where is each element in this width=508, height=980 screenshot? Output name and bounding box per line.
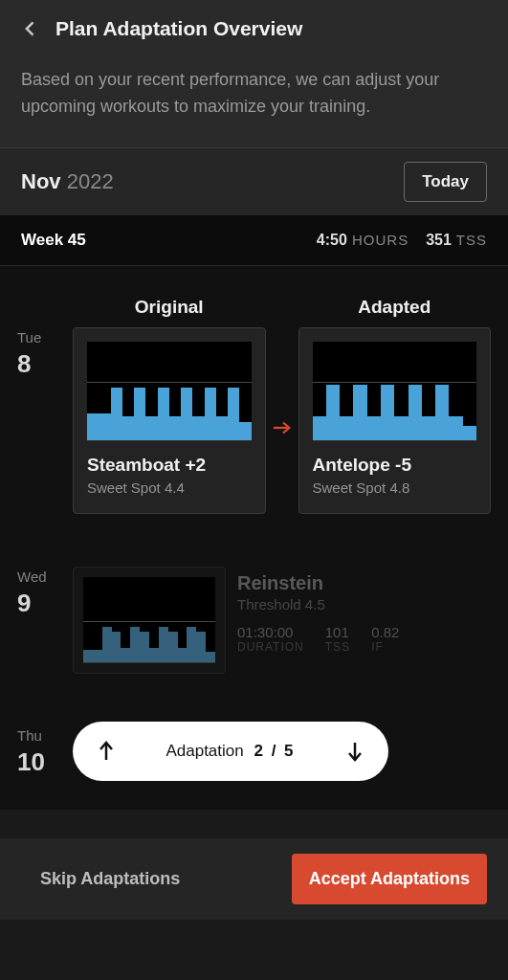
arrow-up-icon [98,741,115,762]
stat-label: IF [371,640,384,654]
column-adapted: Adapted [298,297,492,318]
day-abbrev: Thu [17,725,73,744]
week-hours: 4:50 HOURS [317,232,409,249]
main: Original Adapted Tue 8 Steamboat +2 Swee… [0,266,508,810]
card-original[interactable]: Steamboat +2 Sweet Spot 4.4 [73,327,266,514]
arrow-down-icon [346,741,364,762]
column-headers: Original Adapted [17,266,491,318]
workout-chart-adapted [313,342,477,441]
day-label-wed: Wed 9 [17,567,73,618]
month-bar: Nov 2022 Today [0,147,508,215]
stat-if: 0.82 IF [371,624,399,654]
week-row: Week 45 4:50 HOURS 351 TSS [0,215,508,266]
stat-label: DURATION [237,640,304,654]
day-row-wed: Wed 9 Reinstein Threshold 4.5 01:30:00 D… [17,567,491,674]
workout-subtitle: Threshold 4.5 [237,596,491,612]
month-label: Nov 2022 [21,169,114,194]
prev-adaptation-button[interactable] [73,741,140,762]
skip-adaptations-button[interactable]: Skip Adaptations [21,869,269,889]
stat-value: 101 [325,624,350,640]
week-hours-label: HOURS [352,232,409,248]
stat-duration: 01:30:00 DURATION [237,624,304,654]
accept-adaptations-button[interactable]: Accept Adaptations [292,854,487,904]
day-label-tue: Tue 8 [17,327,73,379]
week-label: Week 45 [21,231,299,250]
workout-chart-original [87,342,252,441]
column-original: Original [73,297,266,318]
day-abbrev: Wed [17,567,73,585]
stat-label: TSS [325,640,350,654]
stat-value: 0.82 [371,624,399,640]
next-adaptation-button[interactable] [321,741,388,762]
pill-count: 2 / 5 [254,742,295,760]
day-number: 10 [17,747,73,777]
year-value: 2022 [67,169,114,193]
week-tss-label: TSS [456,232,487,248]
workout-chart-wed [83,577,215,663]
workout-title: Steamboat +2 [87,455,252,476]
day-number: 8 [17,349,73,379]
workout-title: Reinstein [237,572,491,594]
week-tss: 351 TSS [426,232,487,249]
wed-info: Reinstein Threshold 4.5 01:30:00 DURATIO… [226,567,491,654]
day-label-thu: Thu 10 [17,725,73,777]
day-number: 9 [17,589,73,618]
week-tss-value: 351 [426,232,452,248]
adaptation-counter: Adaptation 2 / 5 [140,742,321,761]
card-wed[interactable] [73,567,226,674]
month-value: Nov [21,169,61,193]
stat-tss: 101 TSS [325,624,350,654]
header: Plan Adaptation Overview Based on your r… [0,0,508,147]
workout-subtitle: Sweet Spot 4.8 [313,479,477,496]
today-button[interactable]: Today [404,162,487,202]
day-abbrev: Tue [17,327,73,345]
workout-title: Antelope -5 [313,455,477,476]
workout-subtitle: Sweet Spot 4.4 [87,479,252,496]
page-description: Based on your recent performance, we can… [21,67,487,121]
day-row-tue: Tue 8 Steamboat +2 Sweet Spot 4.4 Antelo… [17,327,491,528]
pill-label: Adaptation [166,742,243,760]
arrow-right-icon [272,420,293,435]
footer: Skip Adaptations Accept Adaptations [0,838,508,920]
adaptation-arrow [266,327,298,528]
back-icon[interactable] [21,19,40,38]
page-title: Plan Adaptation Overview [55,17,302,40]
week-hours-value: 4:50 [317,232,347,248]
day-row-thu: Thu 10 Adaptation 2 / 5 [17,722,491,810]
adaptation-pill: Adaptation 2 / 5 [73,722,388,781]
card-adapted[interactable]: Antelope -5 Sweet Spot 4.8 [298,327,492,514]
stat-value: 01:30:00 [237,624,304,640]
